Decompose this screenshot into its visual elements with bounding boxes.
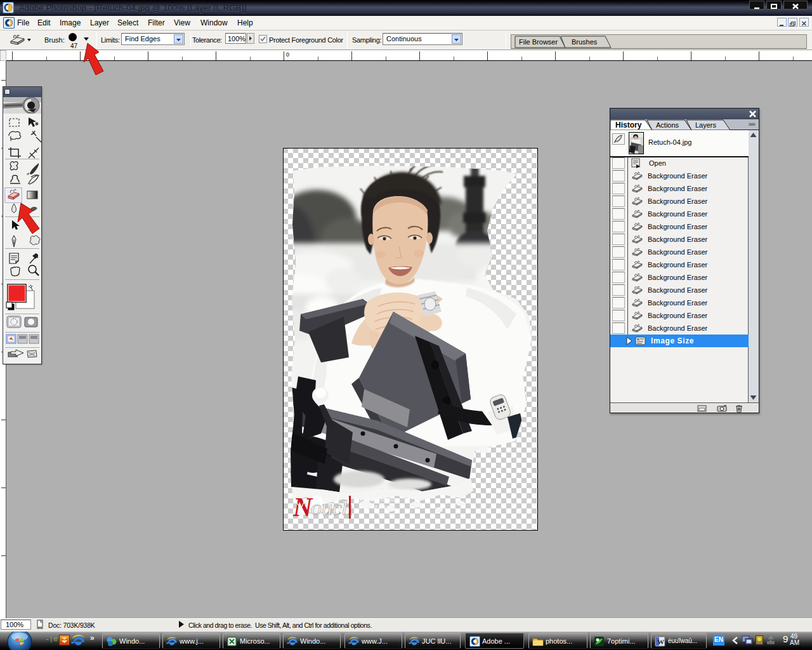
svg-text:0: 0 — [286, 51, 289, 58]
svg-text:Dr.KR niAu rIsuusi: Dr.KR niAu rIsuusi — [358, 498, 395, 502]
svg-text:W: W — [657, 638, 664, 646]
svg-text:ig - . — .,: ig - . — ., — [378, 512, 396, 517]
svg-text:ouch: ouch — [311, 496, 353, 519]
svg-text:uei ue lf ueq uei.: uei ue lf ueq uei. — [362, 505, 394, 510]
